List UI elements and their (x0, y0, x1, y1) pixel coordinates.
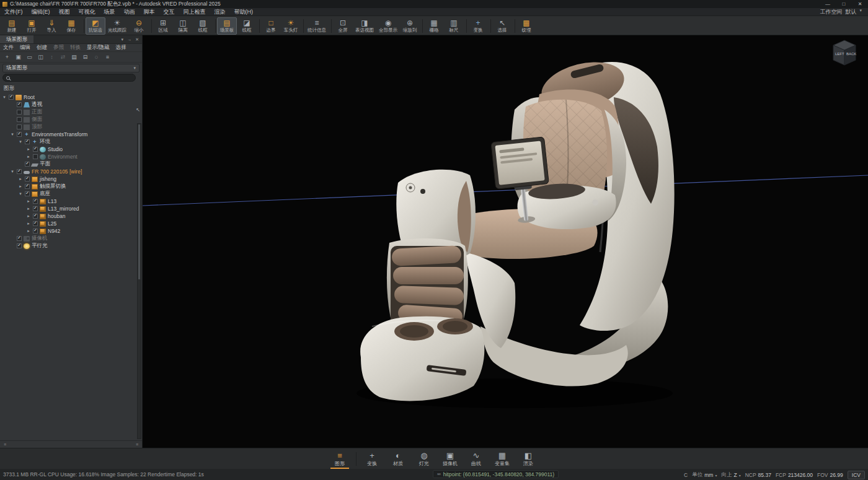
menu-item[interactable]: 同上检查 (179, 8, 210, 16)
zoom-to[interactable]: ⊕ 缩放到 (400, 17, 420, 35)
isolate[interactable]: ◫ 隔离 (173, 17, 193, 35)
visibility-checkbox[interactable] (33, 221, 38, 226)
expand-arrow-icon[interactable] (26, 229, 31, 233)
menu-item[interactable]: 帮助(H) (230, 8, 258, 16)
ruler[interactable]: ▥ 标尺 (444, 17, 464, 35)
camera[interactable]: ▣ 摄像机 (437, 450, 463, 468)
headlight[interactable]: ☀ 车头灯 (281, 17, 301, 35)
scene-graph[interactable]: ≡ 图形 (327, 450, 353, 468)
visibility-checkbox[interactable] (33, 214, 38, 219)
tree-row[interactable]: L13_mirrored (0, 205, 142, 212)
expand-arrow-icon[interactable] (18, 177, 23, 181)
expand-arrow-icon[interactable] (18, 191, 23, 196)
panel-menu-item[interactable]: 转换 (67, 44, 84, 51)
tree-row[interactable]: houban (0, 212, 142, 220)
panel-menu-item[interactable]: 参照 (50, 44, 67, 51)
up-axis-select[interactable]: 向上 Z ▾ (721, 471, 740, 479)
tree-row[interactable]: 正面 (0, 108, 142, 116)
visibility-checkbox[interactable] (25, 191, 30, 196)
duplicate-node[interactable]: ◫ (36, 53, 45, 61)
minimize-button[interactable]: — (820, 1, 836, 7)
panel-resize-grip[interactable]: ≡≡ (0, 440, 142, 448)
expand-arrow-icon[interactable] (2, 95, 7, 100)
visibility-checkbox[interactable] (33, 199, 38, 204)
expand-arrow-icon[interactable] (26, 206, 31, 211)
view-cube[interactable]: LEFT BACK (831, 38, 858, 69)
expand-arrow-icon[interactable] (26, 147, 31, 152)
add-group[interactable]: ▣ (14, 53, 23, 61)
transform[interactable]: + 变换 (359, 450, 385, 468)
wireframe[interactable]: ▧ 线框 (193, 17, 213, 35)
viewport-3d[interactable]: LEFT BACK (143, 35, 868, 448)
menu-item[interactable]: 渲染 (210, 8, 230, 16)
visibility-checkbox[interactable] (25, 139, 30, 144)
search-input[interactable] (12, 75, 132, 81)
tree-row[interactable]: 侧面 (0, 116, 142, 123)
expand-arrow-icon[interactable] (26, 221, 31, 226)
antialias[interactable]: ◩ 抗锯齿 (86, 17, 105, 35)
fullscreen[interactable]: ⊡ 全屏 (333, 17, 353, 35)
light[interactable]: ◍ 灯光 (411, 450, 437, 468)
tab-scene-graph[interactable]: 场景图形 (0, 35, 33, 43)
downscale[interactable]: ⊖ 缩小 (129, 17, 149, 35)
isolate-node[interactable]: ◌ (92, 53, 101, 61)
grid[interactable]: ▦ 栅格 (424, 17, 444, 35)
show-all[interactable]: ◉ 全部显示 (376, 17, 400, 35)
tree-row[interactable]: 底座 (0, 190, 142, 198)
panel-menu-item[interactable]: 显示/隐藏 (84, 44, 112, 51)
menu-item[interactable]: 文件(F) (0, 8, 27, 16)
visibility-checkbox[interactable] (17, 236, 22, 241)
menu-item[interactable]: 可视化 (74, 8, 100, 16)
panel-float-icon[interactable]: → (127, 37, 131, 42)
visibility-checkbox[interactable] (17, 110, 22, 115)
close-button[interactable]: ✕ (852, 1, 868, 7)
transform[interactable]: + 变换 (468, 17, 488, 35)
panel-close-icon[interactable]: ✕ (135, 37, 139, 42)
visibility-checkbox[interactable] (9, 95, 14, 100)
new[interactable]: ▤ 新建 (2, 17, 22, 35)
maximize-button[interactable]: □ (836, 1, 852, 7)
tree-row[interactable]: FR 700 220105 [wire] (0, 168, 142, 175)
visibility-checkbox[interactable] (33, 154, 38, 159)
panel-menu-item[interactable]: 选择 (112, 44, 129, 51)
view-express[interactable]: ◨ 表达视图 (353, 17, 376, 35)
open[interactable]: ▣ 打开 (22, 17, 42, 35)
expand-arrow-icon[interactable] (18, 139, 23, 144)
tree-row[interactable]: Root (0, 94, 142, 101)
panel-menu-item[interactable]: 创建 (33, 44, 50, 51)
menu-item[interactable]: 场景 (100, 8, 120, 16)
expand-arrow-icon[interactable] (26, 154, 31, 159)
boundary[interactable]: □ 边界 (261, 17, 281, 35)
panel-scrollbar[interactable] (137, 123, 141, 439)
tree-row[interactable]: L25 (0, 220, 142, 227)
tree-row[interactable]: 触摸屏切换 (0, 183, 142, 190)
visibility-checkbox[interactable] (17, 124, 22, 129)
wirebox[interactable]: ◪ 线框 (237, 17, 257, 35)
raytrace[interactable]: ☀ 光线跟踪 (105, 17, 129, 35)
delete-node[interactable]: ▭ (25, 53, 34, 61)
visibility-checkbox[interactable] (25, 162, 30, 167)
c-toggle[interactable]: C (684, 472, 688, 478)
region[interactable]: ⊞ 区域 (153, 17, 173, 35)
collapse-tree[interactable]: ⊟ (81, 53, 90, 61)
tree-row[interactable]: 摄像机 (0, 235, 142, 242)
scrollbar-thumb[interactable] (138, 124, 140, 279)
expand-arrow-icon[interactable] (26, 214, 31, 219)
tree-row[interactable]: 环境 (0, 138, 142, 146)
scene-graph-view-select[interactable]: 场景图形 ▾ (2, 64, 140, 72)
options[interactable]: ≡ (103, 53, 112, 61)
menu-item[interactable]: 视图 (55, 8, 74, 16)
panel-menu-item[interactable]: 文件 (0, 44, 17, 51)
visibility-checkbox[interactable] (33, 229, 38, 233)
tree-row[interactable]: 平行光 (0, 242, 142, 250)
expand-arrow-icon[interactable] (10, 169, 15, 174)
visibility-checkbox[interactable] (25, 177, 30, 181)
expand-arrow-icon[interactable] (10, 132, 15, 137)
panel-dock-icon[interactable]: ▾ (122, 37, 124, 42)
expand-arrow-icon[interactable] (18, 184, 23, 189)
material[interactable]: ◐ 材质 (385, 450, 411, 468)
panel-menu-item[interactable]: 编辑 (17, 44, 33, 51)
convert-node[interactable]: ⇄ (58, 53, 68, 61)
visibility-checkbox[interactable] (17, 102, 22, 107)
save[interactable]: ▦ 保存 (61, 17, 81, 35)
